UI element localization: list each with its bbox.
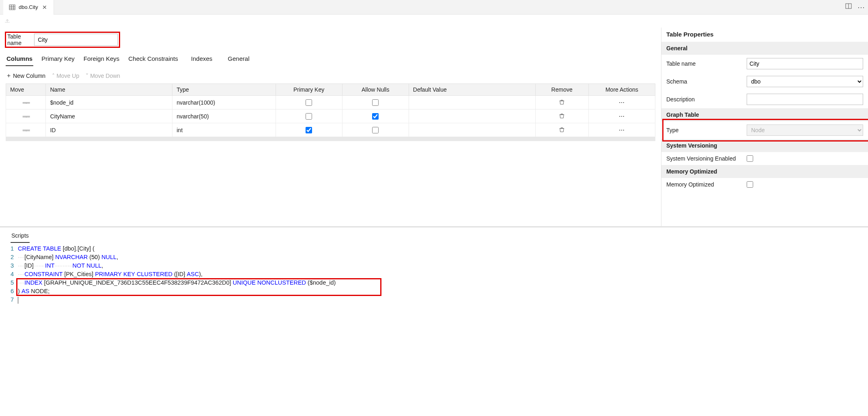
table-name-input[interactable]	[34, 34, 118, 46]
row-move-handle[interactable]: ══	[6, 123, 46, 137]
table-designer-pane: Table name Columns Primary Key Foreign K…	[0, 28, 661, 226]
col-header-more: More Actions	[588, 84, 655, 96]
col-header-move: Move	[6, 84, 46, 96]
cell-column-name[interactable]: CityName	[46, 109, 172, 123]
editor-tab-bar: dbo.City ✕ ⋯	[0, 0, 868, 15]
move-down-button[interactable]: ˅ Move Down	[86, 72, 120, 79]
editor-tab-dbo-city[interactable]: dbo.City ✕	[3, 0, 54, 15]
more-actions-icon[interactable]: ⋯	[857, 3, 865, 12]
columns-grid: Move Name Type Primary Key Allow Nulls D…	[6, 84, 655, 137]
move-up-button[interactable]: ˄ Move Up	[52, 72, 79, 79]
tab-bar-actions: ⋯	[845, 3, 865, 12]
col-header-pk: Primary Key	[276, 84, 342, 96]
prop-select-schema[interactable]: dbo	[747, 76, 863, 87]
table-icon	[9, 4, 15, 11]
prop-check-sv-enabled[interactable]	[747, 155, 753, 162]
cell-column-name[interactable]: $node_id	[46, 96, 172, 109]
row-more-actions-icon[interactable]: ⋯	[619, 113, 625, 120]
col-header-name: Name	[46, 84, 172, 96]
editor-tab-title: dbo.City	[19, 4, 38, 10]
cell-primary-key[interactable]	[306, 99, 312, 106]
remove-row-icon[interactable]	[559, 127, 565, 133]
cell-primary-key[interactable]	[306, 113, 312, 120]
cell-default-value[interactable]	[409, 96, 535, 109]
designer-toolbar	[0, 15, 868, 28]
scripts-tab[interactable]: Scripts	[11, 231, 30, 243]
section-system-versioning: System Versioning	[661, 139, 868, 152]
chevron-up-icon: ˄	[52, 73, 55, 79]
prop-label-schema: Schema	[666, 78, 743, 85]
table-properties-title: Table Properties	[661, 28, 868, 42]
table-row[interactable]: ══$node_idnvarchar(1000)⋯	[6, 96, 655, 109]
table-properties-pane: Table Properties General Table name Sche…	[661, 28, 868, 226]
split-editor-icon[interactable]	[845, 3, 852, 12]
cell-allow-nulls[interactable]	[372, 99, 379, 106]
prop-label-sv-enabled: System Versioning Enabled	[666, 155, 743, 162]
cell-default-value[interactable]	[409, 123, 535, 137]
col-header-def: Default Value	[409, 84, 535, 96]
tab-general[interactable]: General	[227, 54, 250, 66]
script-editor[interactable]: 1CREATE·TABLE·[dbo].[City]·( 2····[CityN…	[6, 244, 862, 304]
cell-allow-nulls[interactable]	[372, 127, 379, 133]
plus-icon: ＋	[6, 72, 11, 79]
prop-label-description: Description	[666, 96, 743, 103]
col-header-type: Type	[172, 84, 276, 96]
table-row[interactable]: ══CityNamenvarchar(50)⋯	[6, 109, 655, 123]
cell-allow-nulls[interactable]	[372, 113, 379, 120]
columns-toolbar: ＋ New Column ˄ Move Up ˅ Move Down	[6, 72, 655, 79]
close-tab-icon[interactable]: ✕	[41, 4, 48, 11]
cell-primary-key[interactable]	[306, 127, 312, 133]
section-general: General	[661, 42, 868, 55]
remove-row-icon[interactable]	[559, 99, 565, 105]
new-column-button[interactable]: ＋ New Column	[6, 72, 45, 79]
cell-column-type[interactable]: nvarchar(1000)	[172, 96, 276, 109]
row-more-actions-icon[interactable]: ⋯	[619, 99, 625, 106]
prop-check-mem-opt[interactable]	[747, 181, 753, 188]
section-memory-optimized: Memory Optimized	[661, 165, 868, 178]
tab-foreign-keys[interactable]: Foreign Keys	[83, 54, 120, 66]
publish-changes-icon[interactable]	[4, 17, 11, 25]
cell-column-name[interactable]: ID	[46, 123, 172, 137]
cell-column-type[interactable]: int	[172, 123, 276, 137]
table-name-row: Table name	[6, 32, 119, 47]
row-move-handle[interactable]: ══	[6, 109, 46, 123]
col-header-remove: Remove	[535, 84, 588, 96]
row-move-handle[interactable]: ══	[6, 96, 46, 109]
prop-label-type: Type	[666, 127, 743, 133]
tab-primary-key[interactable]: Primary Key	[41, 54, 75, 66]
col-header-nulls: Allow Nulls	[342, 84, 409, 96]
table-name-label: Table name	[7, 33, 30, 46]
remove-row-icon[interactable]	[559, 113, 565, 119]
table-row[interactable]: ══IDint⋯	[6, 123, 655, 137]
columns-grid-pad	[6, 137, 655, 141]
scripts-panel: Scripts 1CREATE·TABLE·[dbo].[City]·( 2··…	[0, 226, 868, 312]
tab-columns[interactable]: Columns	[6, 54, 33, 66]
prop-select-graph-type[interactable]: Node	[747, 124, 863, 136]
cell-column-type[interactable]: nvarchar(50)	[172, 109, 276, 123]
tab-indexes[interactable]: Indexes	[190, 54, 213, 66]
section-graph-table: Graph Table	[661, 108, 868, 121]
chevron-down-icon: ˅	[86, 73, 88, 79]
prop-input-table-name[interactable]	[747, 58, 863, 69]
prop-label-table-name: Table name	[666, 60, 743, 67]
row-more-actions-icon[interactable]: ⋯	[619, 127, 625, 133]
prop-input-description[interactable]	[747, 94, 863, 105]
designer-subtabs: Columns Primary Key Foreign Keys Check C…	[6, 54, 655, 66]
svg-rect-0	[9, 5, 15, 10]
cell-default-value[interactable]	[409, 109, 535, 123]
prop-label-mem-opt: Memory Optimized	[666, 181, 743, 188]
tab-check-constraints[interactable]: Check Constraints	[127, 54, 179, 66]
